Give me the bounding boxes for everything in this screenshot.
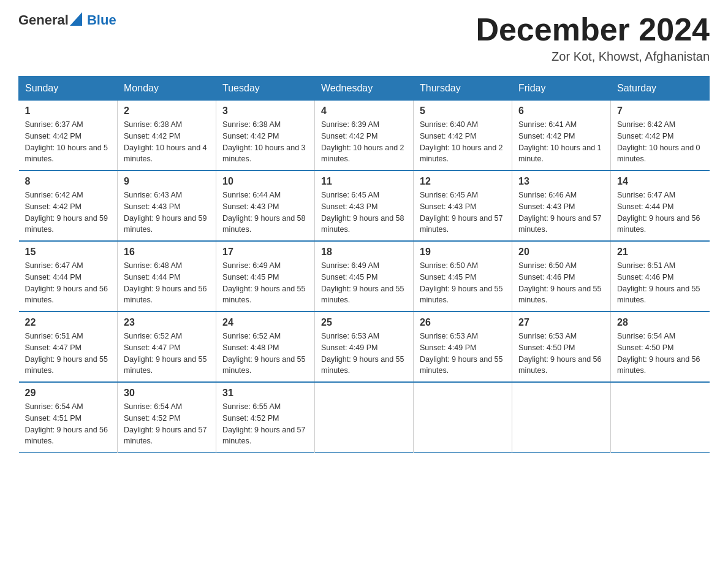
page-header: General Blue December 2024 Zor Kot, Khow… [18, 12, 710, 64]
day-info: Sunrise: 6:51 AM Sunset: 4:47 PM Dayligh… [25, 331, 112, 377]
day-number: 16 [124, 247, 210, 258]
day-info: Sunrise: 6:54 AM Sunset: 4:51 PM Dayligh… [25, 401, 112, 447]
calendar-header-row: Sunday Monday Tuesday Wednesday Thursday… [19, 77, 710, 101]
month-title: December 2024 [476, 12, 710, 47]
title-section: December 2024 Zor Kot, Khowst, Afghanist… [476, 12, 710, 64]
logo-triangle-icon [70, 12, 82, 26]
table-row: 18 Sunrise: 6:49 AM Sunset: 4:45 PM Dayl… [315, 241, 414, 312]
col-sunday: Sunday [19, 77, 118, 101]
day-number: 5 [420, 105, 506, 117]
table-row: 28 Sunrise: 6:54 AM Sunset: 4:50 PM Dayl… [611, 312, 710, 382]
table-row: 14 Sunrise: 6:47 AM Sunset: 4:44 PM Dayl… [611, 170, 710, 241]
table-row: 6 Sunrise: 6:41 AM Sunset: 4:42 PM Dayli… [512, 101, 611, 171]
day-number: 20 [518, 247, 604, 258]
table-row: 20 Sunrise: 6:50 AM Sunset: 4:46 PM Dayl… [512, 241, 611, 312]
table-row: 3 Sunrise: 6:38 AM Sunset: 4:42 PM Dayli… [216, 101, 315, 171]
day-number: 7 [617, 105, 703, 117]
calendar-week-row: 15 Sunrise: 6:47 AM Sunset: 4:44 PM Dayl… [19, 241, 710, 312]
day-info: Sunrise: 6:52 AM Sunset: 4:48 PM Dayligh… [222, 331, 308, 377]
calendar-week-row: 8 Sunrise: 6:42 AM Sunset: 4:42 PM Dayli… [19, 170, 710, 241]
day-number: 27 [518, 317, 604, 328]
table-row: 13 Sunrise: 6:46 AM Sunset: 4:43 PM Dayl… [512, 170, 611, 241]
day-number: 10 [222, 176, 308, 187]
day-info: Sunrise: 6:49 AM Sunset: 4:45 PM Dayligh… [222, 260, 308, 306]
table-row: 29 Sunrise: 6:54 AM Sunset: 4:51 PM Dayl… [19, 382, 118, 453]
calendar-table: Sunday Monday Tuesday Wednesday Thursday… [18, 76, 710, 453]
day-number: 29 [25, 388, 112, 399]
day-info: Sunrise: 6:40 AM Sunset: 4:42 PM Dayligh… [420, 119, 506, 165]
table-row: 2 Sunrise: 6:38 AM Sunset: 4:42 PM Dayli… [118, 101, 216, 171]
table-row: 19 Sunrise: 6:50 AM Sunset: 4:45 PM Dayl… [414, 241, 512, 312]
day-info: Sunrise: 6:50 AM Sunset: 4:46 PM Dayligh… [518, 260, 604, 306]
day-number: 30 [124, 388, 210, 399]
day-number: 1 [25, 105, 112, 117]
col-wednesday: Wednesday [315, 77, 414, 101]
calendar-week-row: 29 Sunrise: 6:54 AM Sunset: 4:51 PM Dayl… [19, 382, 710, 453]
day-number: 6 [518, 105, 604, 117]
table-row: 10 Sunrise: 6:44 AM Sunset: 4:43 PM Dayl… [216, 170, 315, 241]
day-number: 13 [518, 176, 604, 187]
col-tuesday: Tuesday [216, 77, 315, 101]
day-number: 3 [222, 105, 308, 117]
day-info: Sunrise: 6:38 AM Sunset: 4:42 PM Dayligh… [124, 119, 210, 165]
table-row [512, 382, 611, 453]
day-info: Sunrise: 6:54 AM Sunset: 4:52 PM Dayligh… [124, 401, 210, 447]
day-info: Sunrise: 6:39 AM Sunset: 4:42 PM Dayligh… [321, 119, 407, 165]
table-row: 16 Sunrise: 6:48 AM Sunset: 4:44 PM Dayl… [118, 241, 216, 312]
table-row [414, 382, 512, 453]
logo-blue-text: Blue [87, 12, 116, 28]
col-monday: Monday [118, 77, 216, 101]
day-info: Sunrise: 6:37 AM Sunset: 4:42 PM Dayligh… [25, 119, 112, 165]
day-number: 25 [321, 317, 407, 328]
table-row: 12 Sunrise: 6:45 AM Sunset: 4:43 PM Dayl… [414, 170, 512, 241]
table-row: 30 Sunrise: 6:54 AM Sunset: 4:52 PM Dayl… [118, 382, 216, 453]
col-saturday: Saturday [611, 77, 710, 101]
day-info: Sunrise: 6:52 AM Sunset: 4:47 PM Dayligh… [124, 331, 210, 377]
table-row [315, 382, 414, 453]
day-number: 22 [25, 317, 112, 328]
day-number: 4 [321, 105, 407, 117]
day-number: 14 [617, 176, 703, 187]
day-info: Sunrise: 6:53 AM Sunset: 4:50 PM Dayligh… [518, 331, 604, 377]
day-info: Sunrise: 6:41 AM Sunset: 4:42 PM Dayligh… [518, 119, 604, 165]
day-info: Sunrise: 6:53 AM Sunset: 4:49 PM Dayligh… [420, 331, 506, 377]
day-info: Sunrise: 6:51 AM Sunset: 4:46 PM Dayligh… [617, 260, 703, 306]
table-row: 25 Sunrise: 6:53 AM Sunset: 4:49 PM Dayl… [315, 312, 414, 382]
logo: General Blue [18, 12, 116, 28]
day-info: Sunrise: 6:54 AM Sunset: 4:50 PM Dayligh… [617, 331, 703, 377]
day-info: Sunrise: 6:45 AM Sunset: 4:43 PM Dayligh… [420, 190, 506, 236]
table-row: 21 Sunrise: 6:51 AM Sunset: 4:46 PM Dayl… [611, 241, 710, 312]
day-info: Sunrise: 6:55 AM Sunset: 4:52 PM Dayligh… [222, 401, 308, 447]
table-row: 23 Sunrise: 6:52 AM Sunset: 4:47 PM Dayl… [118, 312, 216, 382]
day-number: 9 [124, 176, 210, 187]
day-number: 18 [321, 247, 407, 258]
table-row: 4 Sunrise: 6:39 AM Sunset: 4:42 PM Dayli… [315, 101, 414, 171]
day-number: 17 [222, 247, 308, 258]
logo-general-text: General [18, 12, 69, 28]
day-info: Sunrise: 6:45 AM Sunset: 4:43 PM Dayligh… [321, 190, 407, 236]
col-thursday: Thursday [414, 77, 512, 101]
day-info: Sunrise: 6:46 AM Sunset: 4:43 PM Dayligh… [518, 190, 604, 236]
table-row: 15 Sunrise: 6:47 AM Sunset: 4:44 PM Dayl… [19, 241, 118, 312]
table-row: 8 Sunrise: 6:42 AM Sunset: 4:42 PM Dayli… [19, 170, 118, 241]
table-row: 26 Sunrise: 6:53 AM Sunset: 4:49 PM Dayl… [414, 312, 512, 382]
day-info: Sunrise: 6:43 AM Sunset: 4:43 PM Dayligh… [124, 190, 210, 236]
day-number: 15 [25, 247, 112, 258]
table-row: 17 Sunrise: 6:49 AM Sunset: 4:45 PM Dayl… [216, 241, 315, 312]
day-number: 2 [124, 105, 210, 117]
day-number: 12 [420, 176, 506, 187]
table-row: 27 Sunrise: 6:53 AM Sunset: 4:50 PM Dayl… [512, 312, 611, 382]
table-row: 9 Sunrise: 6:43 AM Sunset: 4:43 PM Dayli… [118, 170, 216, 241]
table-row: 7 Sunrise: 6:42 AM Sunset: 4:42 PM Dayli… [611, 101, 710, 171]
location-text: Zor Kot, Khowst, Afghanistan [476, 50, 710, 64]
day-number: 23 [124, 317, 210, 328]
day-number: 26 [420, 317, 506, 328]
day-number: 11 [321, 176, 407, 187]
day-number: 28 [617, 317, 703, 328]
table-row: 31 Sunrise: 6:55 AM Sunset: 4:52 PM Dayl… [216, 382, 315, 453]
svg-marker-0 [70, 12, 82, 26]
day-number: 19 [420, 247, 506, 258]
day-info: Sunrise: 6:42 AM Sunset: 4:42 PM Dayligh… [617, 119, 703, 165]
day-info: Sunrise: 6:53 AM Sunset: 4:49 PM Dayligh… [321, 331, 407, 377]
day-info: Sunrise: 6:47 AM Sunset: 4:44 PM Dayligh… [25, 260, 112, 306]
